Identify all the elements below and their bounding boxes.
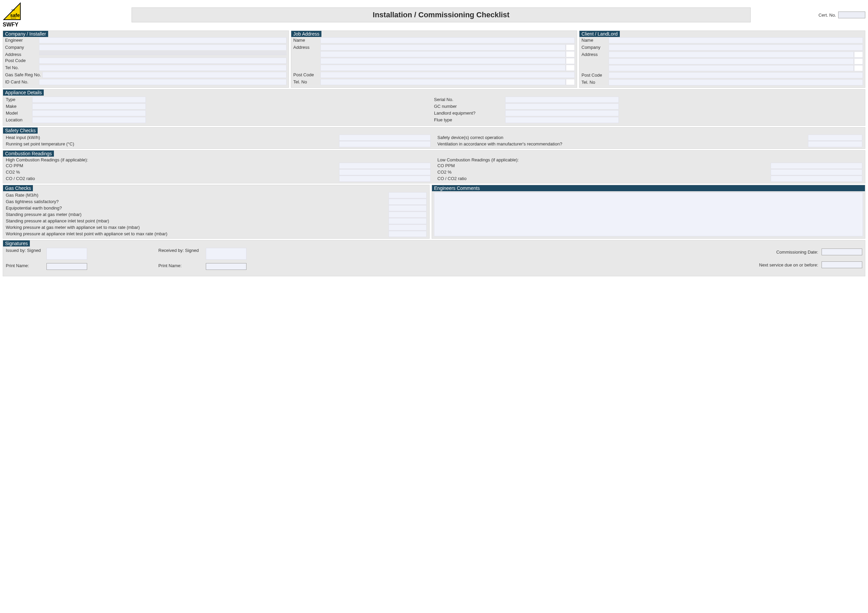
- idcard-label: ID Card No.: [5, 79, 39, 84]
- cert-block: Cert. No.: [818, 12, 865, 18]
- gas-safe-logo-icon: safe Gas REGISTER: [3, 2, 22, 22]
- job-tel-input[interactable]: [321, 79, 566, 85]
- gas-panel: Gas Checks Gas Rate (M3/h) Gas tightness…: [3, 185, 429, 239]
- job-tel-label: Tel. No: [293, 79, 321, 84]
- next-service-input[interactable]: [822, 262, 862, 268]
- address-label: Address: [5, 51, 39, 57]
- gas-header: Gas Checks: [3, 185, 33, 191]
- company-address-1[interactable]: [39, 51, 287, 52]
- issued-label: Issued by: Signed: [6, 248, 43, 253]
- tightness-label: Gas tightness satisfactory?: [6, 199, 389, 204]
- job-tel-input-b[interactable]: [566, 79, 575, 85]
- job-address-1b[interactable]: [566, 45, 575, 51]
- client-address-1b[interactable]: [854, 51, 863, 58]
- type-input[interactable]: [32, 97, 146, 103]
- client-address-label: Address: [581, 51, 609, 57]
- safety-panel: Safety Checks Heat input (kW/h) Running …: [3, 127, 865, 149]
- bonding-input[interactable]: [389, 205, 426, 211]
- job-address-2b[interactable]: [566, 51, 575, 57]
- gas-rate-input[interactable]: [389, 192, 426, 198]
- model-input[interactable]: [32, 110, 146, 116]
- postcode-label: Post Code: [5, 58, 39, 63]
- issued-sign-box[interactable]: [46, 248, 87, 260]
- comments-panel: Engineers Comments: [432, 185, 865, 239]
- working-meter-input[interactable]: [389, 224, 426, 231]
- job-address-2[interactable]: [321, 51, 566, 57]
- svg-text:REGISTER: REGISTER: [11, 18, 16, 19]
- make-input[interactable]: [32, 104, 146, 110]
- landlord-eq-input[interactable]: [505, 110, 619, 116]
- tel-label: Tel No.: [5, 65, 39, 70]
- client-address-2[interactable]: [609, 58, 854, 64]
- tightness-input[interactable]: [389, 199, 426, 205]
- client-name-label: Name: [581, 37, 609, 43]
- received-print-input[interactable]: [206, 263, 246, 270]
- issued-print-label: Print Name:: [6, 263, 43, 268]
- comments-input[interactable]: [434, 192, 863, 236]
- job-address-4[interactable]: [321, 65, 566, 71]
- low-co2-input[interactable]: [771, 169, 862, 175]
- job-address-3[interactable]: [321, 58, 566, 64]
- company-tel-input[interactable]: [39, 65, 287, 71]
- location-input[interactable]: [32, 117, 146, 123]
- landlord-eq-label: Landlord equipment?: [434, 110, 505, 116]
- company-address-2[interactable]: [39, 53, 287, 54]
- client-address-1[interactable]: [609, 51, 854, 58]
- job-header: Job Address: [291, 31, 321, 37]
- received-label: Received by: Signed: [158, 248, 202, 253]
- next-service-label: Next service due on or before:: [759, 262, 818, 268]
- vent-input[interactable]: [808, 141, 862, 147]
- comm-date-input[interactable]: [822, 249, 862, 255]
- high-co-ppm-input[interactable]: [339, 163, 431, 169]
- gc-input[interactable]: [505, 104, 619, 110]
- company-panel: Company / Installer Engineer Company Add…: [3, 31, 289, 88]
- working-inlet-input[interactable]: [389, 231, 426, 237]
- high-co2-label: CO2 %: [6, 170, 336, 175]
- low-co-ppm-input[interactable]: [771, 163, 862, 169]
- company-postcode-input[interactable]: [39, 58, 287, 64]
- engineer-input[interactable]: [39, 37, 287, 43]
- serial-input[interactable]: [505, 97, 619, 103]
- high-co2-input[interactable]: [339, 169, 431, 175]
- title-bar: Installation / Commissioning Checklist: [132, 8, 751, 22]
- low-ratio-input[interactable]: [771, 176, 862, 182]
- standing-inlet-input[interactable]: [389, 218, 426, 224]
- company-input[interactable]: [39, 45, 287, 51]
- low-co2-label: CO2 %: [437, 170, 767, 175]
- job-name-input[interactable]: [321, 37, 575, 43]
- client-header: Client / LandLord: [580, 31, 620, 37]
- job-address-4b[interactable]: [566, 65, 575, 71]
- gassafe-input[interactable]: [42, 72, 287, 78]
- client-address-3[interactable]: [609, 65, 854, 71]
- running-input[interactable]: [339, 141, 431, 147]
- job-postcode-input[interactable]: [321, 72, 575, 78]
- client-address-2b[interactable]: [854, 58, 863, 64]
- standing-meter-input[interactable]: [389, 212, 426, 218]
- client-tel-label: Tel. No: [581, 79, 609, 85]
- cert-no-label: Cert. No.: [818, 12, 836, 18]
- flue-input[interactable]: [505, 117, 619, 123]
- safety-dev-input[interactable]: [808, 135, 862, 141]
- engineer-label: Engineer: [5, 37, 39, 43]
- bonding-label: Equipotential earth bonding?: [6, 206, 389, 211]
- client-name-input[interactable]: [609, 37, 863, 43]
- low-comb-header: Low Combustion Readings (if applicable):: [437, 157, 862, 163]
- job-address-1[interactable]: [321, 45, 566, 51]
- client-address-3b[interactable]: [854, 65, 863, 71]
- client-tel-input[interactable]: [609, 79, 863, 85]
- high-ratio-input[interactable]: [339, 176, 431, 182]
- received-sign-box[interactable]: [206, 248, 246, 260]
- comm-date-label: Commissioning Date:: [776, 249, 818, 255]
- client-company-input[interactable]: [609, 45, 863, 51]
- issued-print-input[interactable]: [46, 263, 87, 270]
- comments-header: Engineers Comments: [432, 185, 865, 191]
- high-ratio-label: CO / CO2 ratio: [6, 176, 336, 181]
- heat-input[interactable]: [339, 135, 431, 141]
- client-panel: Client / LandLord Name Company Address P…: [579, 31, 865, 88]
- idcard-input[interactable]: [39, 79, 287, 85]
- company-address-3[interactable]: [39, 54, 287, 55]
- job-address-3b[interactable]: [566, 58, 575, 64]
- cert-no-input[interactable]: [838, 12, 865, 18]
- client-postcode-input[interactable]: [609, 72, 863, 78]
- standing-meter-label: Standing pressure at gas meter (mbar): [6, 212, 389, 217]
